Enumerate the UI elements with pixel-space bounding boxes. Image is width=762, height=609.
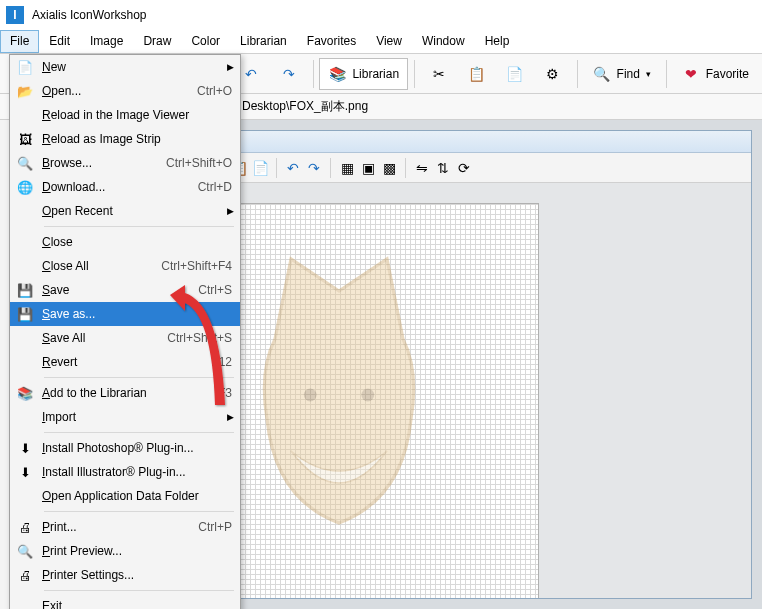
menu-item-label: Exit: [36, 599, 232, 609]
menu-draw[interactable]: Draw: [133, 30, 181, 53]
app-title: Axialis IconWorkshop: [32, 8, 147, 22]
heart-icon: ❤: [682, 65, 700, 83]
menu-item-label: Download...: [36, 180, 198, 194]
menu-item-icon: 💾: [14, 283, 36, 298]
menu-window[interactable]: Window: [412, 30, 475, 53]
paste-button[interactable]: 📄: [497, 58, 533, 90]
menu-item-label: Reload in the Image Viewer: [36, 108, 232, 122]
menu-item-label: Printer Settings...: [36, 568, 232, 582]
menu-file[interactable]: File: [0, 30, 39, 53]
menu-item-shortcut: Ctrl+O: [197, 84, 232, 98]
undo-icon: ↶: [242, 65, 260, 83]
doc-redo-icon[interactable]: ↷: [305, 159, 323, 177]
menu-item-label: Install Illustrator® Plug-in...: [36, 465, 232, 479]
menu-item-browse[interactable]: 🔍Browse...Ctrl+Shift+O: [10, 151, 240, 175]
menu-item-icon: 🖨: [14, 568, 36, 583]
menu-item-label: Close All: [36, 259, 161, 273]
flip-h-icon[interactable]: ⇋: [413, 159, 431, 177]
submenu-arrow-icon: ▶: [227, 62, 234, 72]
menu-item-label: Print...: [36, 520, 198, 534]
rotate-icon[interactable]: ⟳: [455, 159, 473, 177]
librarian-icon: 📚: [328, 65, 346, 83]
menu-item-label: Open Recent: [36, 204, 232, 218]
menu-item-label: Import: [36, 410, 232, 424]
menu-item-icon: 🖨: [14, 520, 36, 535]
menu-item-exit[interactable]: Exit: [10, 594, 240, 609]
submenu-arrow-icon: ▶: [227, 206, 234, 216]
menu-item-printer-settings[interactable]: 🖨Printer Settings...: [10, 563, 240, 587]
menu-item-shortcut: Ctrl+Shift+F4: [161, 259, 232, 273]
menu-favorites[interactable]: Favorites: [297, 30, 366, 53]
librarian-button[interactable]: 📚 Librarian: [319, 58, 408, 90]
file-menu-dropdown: 📄New▶📂Open...Ctrl+OReload in the Image V…: [9, 54, 241, 609]
menu-item-reload-as-image-strip[interactable]: 🖼Reload as Image Strip: [10, 127, 240, 151]
menu-item-icon: ⬇: [14, 441, 36, 456]
grid-icon[interactable]: ▦: [338, 159, 356, 177]
menu-item-shortcut: Ctrl+Shift+S: [167, 331, 232, 345]
find-button[interactable]: 🔍 Find ▾: [584, 58, 660, 90]
menu-item-icon: 📄: [14, 60, 36, 75]
cut-button[interactable]: ✂: [421, 58, 457, 90]
menu-item-open[interactable]: 📂Open...Ctrl+O: [10, 79, 240, 103]
redo-icon: ↷: [280, 65, 298, 83]
flip-v-icon[interactable]: ⇅: [434, 159, 452, 177]
menu-librarian[interactable]: Librarian: [230, 30, 297, 53]
cut-icon: ✂: [430, 65, 448, 83]
submenu-arrow-icon: ▶: [227, 412, 234, 422]
favorite-button[interactable]: ❤ Favorite: [673, 58, 758, 90]
menu-item-label: Add to the Librarian: [36, 386, 218, 400]
menu-item-open-application-data-folder[interactable]: Open Application Data Folder: [10, 484, 240, 508]
menu-item-install-illustrator-plug-in[interactable]: ⬇Install Illustrator® Plug-in...: [10, 460, 240, 484]
menu-item-add-to-the-librarian[interactable]: 📚Add to the LibrarianF3: [10, 381, 240, 405]
menu-item-shortcut: F12: [211, 355, 232, 369]
menu-item-shortcut: Ctrl+S: [198, 283, 232, 297]
svg-point-0: [304, 389, 317, 402]
menu-item-import[interactable]: Import▶: [10, 405, 240, 429]
copy-button[interactable]: 📋: [459, 58, 495, 90]
path-text: Desktop\FOX_副本.png: [242, 98, 368, 115]
layers-icon[interactable]: ▣: [359, 159, 377, 177]
menu-item-label: Reload as Image Strip: [36, 132, 232, 146]
menu-item-shortcut: Ctrl+P: [198, 520, 232, 534]
doc-undo-icon[interactable]: ↶: [284, 159, 302, 177]
menu-item-icon: 📚: [14, 386, 36, 401]
menu-item-label: Save: [36, 283, 198, 297]
menu-item-shortcut: Ctrl+D: [198, 180, 232, 194]
menu-view[interactable]: View: [366, 30, 412, 53]
menu-color[interactable]: Color: [181, 30, 230, 53]
search-icon: 🔍: [593, 65, 611, 83]
copy-icon: 📋: [468, 65, 486, 83]
menubar: File Edit Image Draw Color Librarian Fav…: [0, 30, 762, 54]
checker-icon[interactable]: ▩: [380, 159, 398, 177]
app-icon: I: [6, 6, 24, 24]
menu-item-download[interactable]: 🌐Download...Ctrl+D: [10, 175, 240, 199]
menu-item-save-all[interactable]: Save AllCtrl+Shift+S: [10, 326, 240, 350]
doc-paste-icon[interactable]: 📄: [251, 159, 269, 177]
menu-item-revert[interactable]: RevertF12: [10, 350, 240, 374]
menu-item-install-photoshop-plug-in[interactable]: ⬇Install Photoshop® Plug-in...: [10, 436, 240, 460]
settings-button[interactable]: ⚙: [535, 58, 571, 90]
svg-point-1: [361, 389, 374, 402]
menu-item-save-as[interactable]: 💾Save as...: [10, 302, 240, 326]
menu-item-icon: 💾: [14, 307, 36, 322]
menu-item-label: New: [36, 60, 232, 74]
menu-item-print[interactable]: 🖨Print...Ctrl+P: [10, 515, 240, 539]
menu-item-label: Open Application Data Folder: [36, 489, 232, 503]
menu-item-reload-in-the-image-viewer[interactable]: Reload in the Image Viewer: [10, 103, 240, 127]
menu-item-shortcut: Ctrl+Shift+O: [166, 156, 232, 170]
menu-item-close-all[interactable]: Close AllCtrl+Shift+F4: [10, 254, 240, 278]
menu-edit[interactable]: Edit: [39, 30, 80, 53]
menu-item-label: Browse...: [36, 156, 166, 170]
menu-item-label: Save All: [36, 331, 167, 345]
menu-item-label: Save as...: [36, 307, 232, 321]
menu-image[interactable]: Image: [80, 30, 133, 53]
menu-item-label: Print Preview...: [36, 544, 232, 558]
menu-help[interactable]: Help: [475, 30, 520, 53]
menu-item-new[interactable]: 📄New▶: [10, 55, 240, 79]
menu-item-save[interactable]: 💾SaveCtrl+S: [10, 278, 240, 302]
paste-icon: 📄: [506, 65, 524, 83]
menu-item-open-recent[interactable]: Open Recent▶: [10, 199, 240, 223]
redo-button[interactable]: ↷: [271, 58, 307, 90]
menu-item-close[interactable]: Close: [10, 230, 240, 254]
menu-item-print-preview[interactable]: 🔍Print Preview...: [10, 539, 240, 563]
